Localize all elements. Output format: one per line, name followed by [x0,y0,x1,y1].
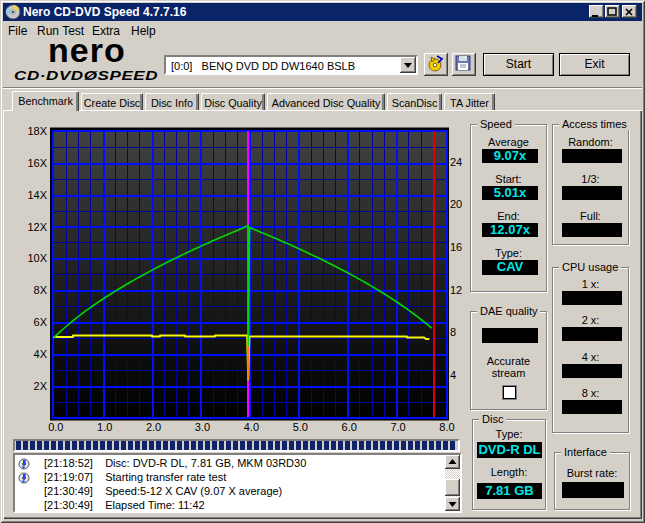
svg-text:16: 16 [450,241,462,253]
svg-text:0.0: 0.0 [48,421,63,433]
svg-text:4X: 4X [34,348,48,360]
svg-text:3.0: 3.0 [195,421,210,433]
svg-text:14X: 14X [27,189,47,201]
svg-text:6X: 6X [34,316,48,328]
svg-text:8X: 8X [34,284,48,296]
svg-text:8.0: 8.0 [439,421,454,433]
svg-text:8: 8 [450,326,456,338]
svg-text:16X: 16X [27,157,47,169]
svg-text:6.0: 6.0 [342,421,357,433]
svg-text:1.0: 1.0 [97,421,112,433]
svg-text:20: 20 [450,198,462,210]
svg-text:7.0: 7.0 [390,421,405,433]
svg-text:18X: 18X [27,125,47,137]
svg-text:5.0: 5.0 [293,421,308,433]
svg-text:4: 4 [450,369,456,381]
svg-text:2X: 2X [34,380,48,392]
svg-text:2.0: 2.0 [146,421,161,433]
svg-text:12: 12 [450,284,462,296]
svg-text:4.0: 4.0 [244,421,259,433]
svg-text:10X: 10X [27,252,47,264]
svg-text:12X: 12X [27,221,47,233]
svg-text:24: 24 [450,156,462,168]
